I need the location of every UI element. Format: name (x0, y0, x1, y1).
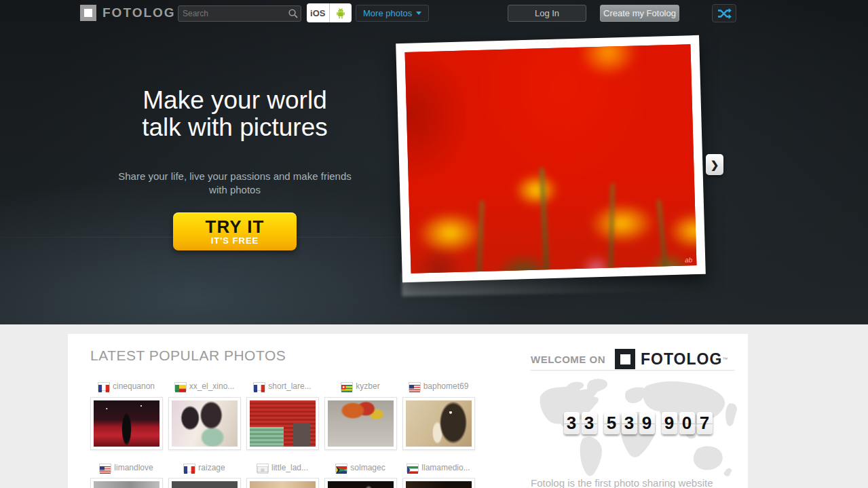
counter-digit: 3 (564, 412, 580, 434)
content-card: LATEST POPULAR PHOTOS cinequanonxx_el_xi… (68, 334, 748, 488)
create-fotolog-button[interactable]: Create my Fotolog (600, 5, 679, 22)
ios-app-button[interactable]: iOS (307, 3, 330, 22)
username-label: xx_el_xino... (189, 381, 235, 391)
user-link[interactable]: baphomet69 (402, 381, 475, 391)
username-label: limandlove (114, 463, 153, 472)
hero-section: FOTOLOG iOS (0, 0, 868, 324)
counter-digit: 9 (639, 412, 655, 434)
username-label: short_lare... (268, 381, 311, 391)
android-icon (335, 7, 347, 19)
user-link[interactable]: kyzber (324, 381, 397, 391)
counter-digit: 0 (679, 412, 695, 434)
photo-thumbnail[interactable] (168, 397, 241, 450)
thumbnail-image (172, 400, 238, 447)
member-counter: 33539907 (531, 412, 745, 434)
user-link[interactable]: xx_el_xino... (168, 381, 241, 391)
country-flag-icon (407, 464, 418, 472)
shuffle-button[interactable] (712, 4, 736, 22)
country-flag-icon (336, 464, 347, 472)
country-flag-icon (100, 464, 111, 472)
country-flag-icon (257, 464, 268, 472)
thumbnail-image (328, 400, 394, 447)
its-free-label: IT'S FREE (211, 236, 259, 246)
fotolog-logo-icon (80, 5, 96, 21)
search-input[interactable] (183, 9, 288, 18)
fotolog-logo-black: FOTOLOG ™ (615, 349, 728, 369)
fotolog-logo-text: FOTOLOG (102, 5, 176, 20)
user-link[interactable]: short_lare... (246, 381, 319, 391)
photo-thumbnail[interactable] (402, 478, 475, 488)
photo-thumbnail[interactable] (168, 478, 241, 488)
country-flag-icon (254, 383, 265, 390)
search-box[interactable] (178, 5, 301, 22)
thumbnail-image (172, 481, 238, 488)
hero-carousel-photo[interactable]: ab (396, 35, 706, 282)
hero-copy: Make your world talk with pictures Share… (109, 87, 361, 250)
country-flag-icon (409, 383, 420, 390)
username-label: raizage (198, 463, 225, 472)
username-label: baphomet69 (423, 381, 469, 391)
try-it-button[interactable]: TRY IT IT'S FREE (173, 212, 297, 250)
counter-digit-group: 907 (662, 412, 713, 434)
username-label: kyzber (356, 381, 379, 391)
divider (531, 370, 734, 371)
user-link[interactable]: raizage (168, 463, 241, 472)
fotolog-logo-black-icon (615, 349, 635, 369)
hero-subtitle: Share your life, live your passions and … (109, 170, 361, 197)
photo-thumbnail[interactable] (90, 478, 163, 488)
user-labels-row-1: cinequanonxx_el_xino...short_lare...kyzb… (90, 381, 475, 391)
welcome-on-label: WELCOME ON (531, 354, 605, 365)
photo-thumbnail[interactable] (402, 397, 475, 450)
counter-digit: 5 (604, 412, 620, 434)
thumbnail-image (94, 400, 159, 447)
country-flag-icon (98, 383, 109, 390)
photo-thumbnail[interactable] (90, 397, 163, 450)
counter-digit: 9 (662, 412, 677, 434)
try-it-label: TRY IT (206, 218, 265, 236)
user-link[interactable]: little_lad... (246, 463, 319, 472)
country-flag-icon (175, 383, 186, 390)
photo-thumbnail[interactable] (246, 478, 319, 488)
app-store-buttons[interactable]: iOS (307, 3, 352, 22)
world-map: 33539907 (531, 377, 745, 484)
username-label: cinequanon (113, 381, 155, 391)
shuffle-icon (717, 7, 732, 20)
welcome-description: Fotolog is the first photo sharing websi… (531, 477, 713, 488)
username-label: solmagec (350, 463, 385, 472)
login-button[interactable]: Log In (508, 5, 586, 22)
more-photos-dropdown[interactable]: More photos (356, 5, 429, 22)
latest-popular-photos-title: LATEST POPULAR PHOTOS (90, 348, 286, 364)
user-link[interactable]: llamamedio... (402, 463, 475, 472)
chevron-down-icon (416, 12, 421, 15)
trademark-label: ™ (722, 356, 728, 362)
photo-thumbnail[interactable] (324, 397, 397, 450)
user-link[interactable]: solmagec (324, 463, 397, 472)
thumbnail-image (406, 481, 472, 488)
user-link[interactable]: cinequanon (90, 381, 163, 391)
thumbnail-image (328, 481, 394, 488)
thumbnail-image (94, 481, 159, 488)
fotolog-logo-black-text: FOTOLOG (641, 350, 722, 369)
photo-thumbnail[interactable] (246, 397, 319, 450)
counter-digit-group: 33 (564, 412, 597, 434)
thumbnail-image (250, 400, 316, 447)
search-icon[interactable] (288, 8, 299, 19)
carousel-next-button[interactable]: ❯ (706, 154, 723, 175)
android-app-button[interactable] (330, 3, 352, 22)
counter-digit: 3 (582, 412, 597, 434)
thumbnails-row-2 (90, 478, 475, 488)
more-photos-label: More photos (363, 8, 412, 18)
counter-digit: 7 (697, 412, 713, 434)
country-flag-icon (341, 383, 352, 390)
country-flag-icon (184, 464, 195, 472)
counter-digit: 3 (622, 412, 637, 434)
fotolog-logo[interactable]: FOTOLOG (80, 5, 176, 21)
username-label: little_lad... (271, 463, 308, 472)
thumbnail-image (250, 481, 316, 488)
photo-signature: ab (685, 256, 692, 263)
counter-digit-group: 539 (604, 412, 655, 434)
photo-thumbnail[interactable] (324, 478, 397, 488)
thumbnails-row-1 (90, 397, 475, 450)
user-link[interactable]: limandlove (90, 463, 163, 472)
username-label: llamamedio... (421, 463, 470, 472)
